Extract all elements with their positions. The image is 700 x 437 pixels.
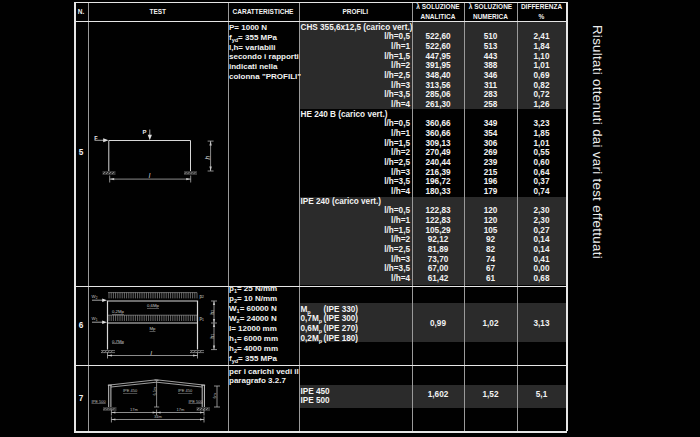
svg-text:P: P [143,129,147,135]
svg-text:W2: W2 [92,294,98,300]
svg-text:h1: h1 [209,334,216,339]
svg-text:17m: 17m [130,407,138,412]
svg-text:0,7Mp: 0,7Mp [112,339,125,344]
svg-text:W1: W1 [92,316,98,322]
svg-text:0,6Mp: 0,6Mp [147,303,160,308]
svg-text:6m: 6m [213,393,217,398]
svg-text:l: l [151,350,153,356]
svg-text:34m: 34m [154,414,162,419]
svg-text:6,5m: 6,5m [153,387,157,395]
svg-text:l: l [149,172,151,179]
svg-text:17m: 17m [177,407,185,412]
svg-text:IPE 500: IPE 500 [92,399,107,404]
svg-text:IPE 450: IPE 450 [123,388,138,393]
svg-text:h2: h2 [209,310,216,315]
svg-text:0,2Mp: 0,2Mp [112,309,125,314]
svg-text:p2: p2 [200,294,205,300]
svg-text:IPE 500: IPE 500 [189,399,204,404]
svg-text:F: F [94,135,98,141]
svg-text:Mp: Mp [150,326,157,331]
svg-text:p1: p1 [200,316,205,322]
svg-text:IPE 450: IPE 450 [178,388,193,393]
svg-text:h: h [204,156,211,160]
